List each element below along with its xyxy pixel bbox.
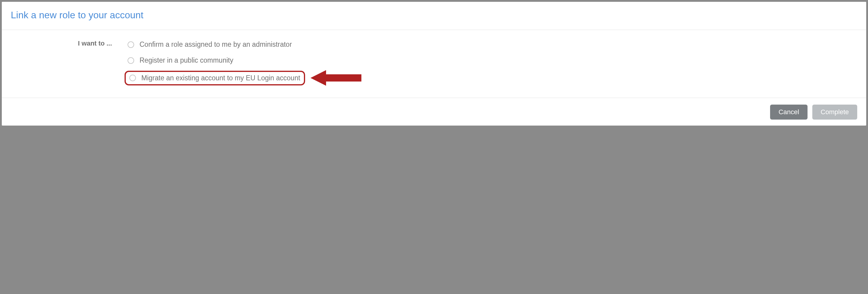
complete-button[interactable]: Complete (812, 105, 857, 120)
option-register-community[interactable]: Register in a public community (125, 54, 857, 66)
radio-icon (128, 57, 134, 64)
modal-header: Link a new role to your account (2, 2, 866, 30)
svg-marker-0 (310, 70, 362, 86)
form-row: I want to ... Confirm a role assigned to… (11, 38, 857, 86)
radio-icon (128, 41, 134, 48)
options-group: Confirm a role assigned to me by an admi… (125, 38, 857, 86)
link-role-modal: Link a new role to your account I want t… (2, 2, 866, 125)
radio-icon (129, 75, 136, 81)
option-label: Confirm a role assigned to me by an admi… (140, 40, 292, 49)
option-label: Register in a public community (140, 56, 233, 64)
modal-title: Link a new role to your account (11, 9, 857, 21)
option-migrate-account[interactable]: Migrate an existing account to my EU Log… (125, 71, 305, 85)
arrow-left-icon (310, 70, 362, 86)
option-label: Migrate an existing account to my EU Log… (141, 74, 300, 82)
modal-footer: Cancel Complete (2, 98, 866, 125)
modal-body: I want to ... Confirm a role assigned to… (2, 30, 866, 98)
cancel-button[interactable]: Cancel (770, 105, 807, 120)
form-label: I want to ... (11, 38, 125, 47)
highlighted-row: Migrate an existing account to my EU Log… (125, 70, 857, 86)
option-confirm-role[interactable]: Confirm a role assigned to me by an admi… (125, 38, 857, 51)
